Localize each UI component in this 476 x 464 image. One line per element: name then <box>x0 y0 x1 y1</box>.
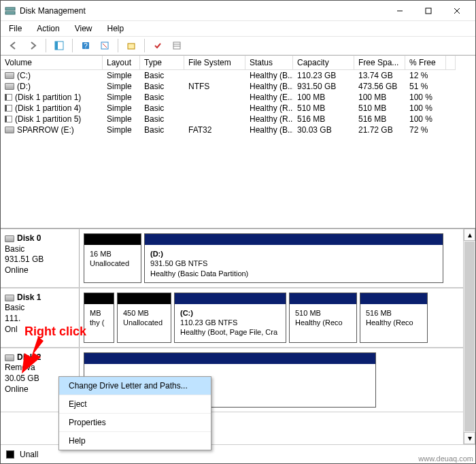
scrollbar[interactable]: ▴ ▾ <box>463 229 475 444</box>
scroll-up-icon[interactable]: ▴ <box>464 229 475 241</box>
svg-rect-0 <box>5 7 15 10</box>
partition-box[interactable]: MBthy ( <box>84 293 114 343</box>
menu-file[interactable]: File <box>6 23 24 34</box>
volume-name: (Disk 1 partition 5) <box>15 114 81 124</box>
disk-icon <box>5 235 14 242</box>
col-pctfree[interactable]: % Free <box>405 56 446 70</box>
forward-button[interactable] <box>25 38 40 53</box>
col-status[interactable]: Status <box>245 56 293 70</box>
window-title: Disk Management <box>20 6 386 16</box>
col-capacity[interactable]: Capacity <box>293 56 354 70</box>
partition-box[interactable]: 16 MBUnallocated <box>84 233 141 283</box>
list-button[interactable] <box>169 38 184 53</box>
disk-size: 111. <box>5 314 75 325</box>
context-menu-properties[interactable]: Properties <box>59 413 211 431</box>
svg-text:?: ? <box>84 42 88 50</box>
volume-name: (Disk 1 partition 1) <box>15 93 81 102</box>
svg-rect-3 <box>426 8 431 14</box>
table-row[interactable]: SPARROW (E:)SimpleBasicFAT32Healthy (B..… <box>1 125 475 135</box>
annotation-arrow-1 <box>18 337 45 378</box>
volume-name: (C:) <box>17 71 31 80</box>
context-menu-change-drive-letter[interactable]: Change Drive Letter and Paths... <box>59 377 211 395</box>
col-freespace[interactable]: Free Spa... <box>354 56 405 70</box>
partition-icon <box>5 116 12 122</box>
menu-action[interactable]: Action <box>34 23 62 34</box>
col-layout[interactable]: Layout <box>103 56 140 70</box>
scroll-down-icon[interactable]: ▾ <box>464 432 475 444</box>
svg-rect-11 <box>128 44 135 49</box>
menu-help[interactable]: Help <box>105 23 127 34</box>
table-row[interactable]: (D:)SimpleBasicNTFSHealthy (B...931.50 G… <box>1 81 475 92</box>
volume-name: SPARROW (E:) <box>17 125 74 135</box>
watermark: www.deuaq.com <box>418 454 473 463</box>
svg-rect-7 <box>55 42 58 50</box>
svg-rect-12 <box>173 42 180 49</box>
toolbar: ? <box>1 36 475 55</box>
titlebar[interactable]: Disk Management <box>1 1 475 21</box>
table-row[interactable]: (Disk 1 partition 4)SimpleBasicHealthy (… <box>1 103 475 114</box>
table-row[interactable]: (Disk 1 partition 5)SimpleBasicHealthy (… <box>1 114 475 125</box>
legend-swatch-unallocated <box>6 450 14 459</box>
col-volume[interactable]: Volume <box>1 56 103 70</box>
menubar: File Action View Help <box>1 21 475 36</box>
volume-table: Volume Layout Type File System Status Ca… <box>1 55 475 228</box>
partition-box[interactable]: (C:)110.23 GB NTFSHealthy (Boot, Page Fi… <box>174 293 286 343</box>
disk-icon <box>5 295 14 301</box>
disk-size: 931.51 GB <box>5 254 75 265</box>
col-filesystem[interactable]: File System <box>184 56 245 70</box>
disk-type: Basic <box>5 303 75 314</box>
disk-icon <box>5 354 14 361</box>
context-menu-eject[interactable]: Eject <box>59 395 211 413</box>
col-extra[interactable] <box>446 56 456 70</box>
context-menu: Change Drive Letter and Paths... Eject P… <box>58 376 211 450</box>
volume-icon <box>5 83 14 90</box>
back-button[interactable] <box>6 38 21 53</box>
partition-box[interactable]: 510 MBHealthy (Reco <box>289 293 357 343</box>
volume-icon <box>5 72 14 79</box>
maximize-button[interactable] <box>414 1 443 20</box>
partition-box[interactable]: 450 MBUnallocated <box>117 293 171 343</box>
partition-box[interactable]: 516 MBHealthy (Reco <box>360 293 428 343</box>
properties-button[interactable] <box>124 38 139 53</box>
partition-box[interactable]: (D:)931.50 GB NTFSHealthy (Basic Data Pa… <box>144 233 443 283</box>
table-row[interactable]: (C:)SimpleBasicHealthy (B...110.23 GB13.… <box>1 70 475 81</box>
disk-title: Disk 0 <box>17 233 41 244</box>
volume-icon <box>5 127 14 133</box>
legend-label: Unall <box>20 450 38 459</box>
context-menu-help[interactable]: Help <box>59 431 211 450</box>
refresh-button[interactable] <box>97 38 112 53</box>
disk-status: Online <box>5 265 75 276</box>
close-button[interactable] <box>443 1 471 20</box>
menu-view[interactable]: View <box>72 23 95 34</box>
volume-name: (Disk 1 partition 4) <box>15 103 81 113</box>
table-row[interactable]: (Disk 1 partition 1)SimpleBasicHealthy (… <box>1 92 475 103</box>
minimize-button[interactable] <box>386 1 414 20</box>
disk-row: Disk 0Basic931.51 GBOnline16 MBUnallocat… <box>1 229 463 288</box>
svg-marker-15 <box>22 337 44 374</box>
disk-type: Basic <box>5 244 75 255</box>
volume-name: (D:) <box>17 82 31 91</box>
partition-icon <box>5 94 12 101</box>
pane-toggle-button[interactable] <box>52 38 67 53</box>
disk-title: Disk 1 <box>17 293 41 303</box>
svg-rect-1 <box>5 12 15 14</box>
col-type[interactable]: Type <box>140 56 184 70</box>
app-icon <box>5 5 16 16</box>
partition-icon <box>5 105 12 112</box>
check-button[interactable] <box>150 38 165 53</box>
help-button[interactable]: ? <box>78 38 93 53</box>
